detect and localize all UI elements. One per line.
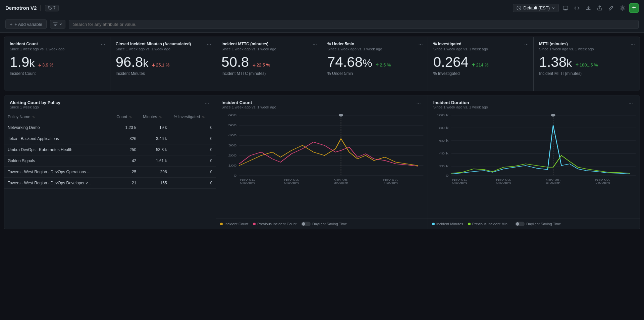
tag-badge[interactable]: 7 [45,5,59,11]
stat-value-1: 96.8k [116,54,149,70]
filter-chevron-icon [59,22,62,26]
col-pct-investigated[interactable]: % Investigated ⇅ [170,112,216,122]
add-button[interactable]: + [629,3,639,13]
svg-rect-2 [563,6,568,9]
policy-name-cell: Telco - Backend Applications [4,133,113,144]
svg-text:60 k: 60 k [439,139,449,142]
code-button[interactable] [572,4,582,12]
stat-card-more-button-2[interactable]: ··· [311,41,318,48]
delta-up-icon [575,63,579,67]
table-row[interactable]: Golden Signals 42 1.61 k 0 [4,155,216,167]
col-policy-name[interactable]: Policy Name ⇅ [4,112,113,122]
filter-icon [53,22,58,27]
delta-down-icon [152,63,155,67]
stat-label-4: % Investigated [433,71,528,76]
col-count[interactable]: Count ⇅ [113,112,140,122]
stat-card-subtitle-3: Since 1 week ago vs. 1 week ago [327,47,422,51]
policy-name-cell: Towers - West Region - DevOps Developer … [4,178,113,189]
svg-point-19 [339,114,343,117]
edit-button[interactable] [606,4,616,12]
share-button[interactable] [595,4,604,12]
pct-investigated-cell: 0 [170,144,216,155]
svg-text:600: 600 [228,113,237,117]
pct-investigated-cell: 0 [170,122,216,133]
delta-down-icon [252,63,256,67]
svg-text:Nov 07,: Nov 07, [595,178,610,181]
incident-count-chart-area: 600 500 400 300 200 100 0 N [216,112,427,219]
incident-count-dot [220,223,223,225]
stat-card-title-5: MTTI (minutes) [539,42,634,46]
incident-duration-chart-area: 100 k 80 k 60 k 40 k 20 k 0 Nov 01, [428,112,640,219]
table-panel-header: Alerting Count by Policy Since 1 week ag… [4,95,216,112]
svg-text:20 k: 20 k [439,165,449,168]
table-row[interactable]: Towers - West Region - DevOps Operations… [4,167,216,178]
svg-text:Nov 03,: Nov 03, [496,178,511,181]
monitor-icon [563,5,568,11]
table-row[interactable]: Towers - West Region - DevOps Developer … [4,178,216,189]
code-icon [574,5,580,11]
count-cell: 1.23 k [113,122,140,133]
svg-text:40 k: 40 k [439,152,449,155]
minutes-cell: 3.46 k [140,133,170,144]
stat-card-more-button-4[interactable]: ··· [523,41,530,48]
stat-card-subtitle-0: Since 1 week ago vs. 1 week ago [10,47,105,51]
stat-card-2: ··· Incident MTTC (minutes) Since 1 week… [216,37,322,91]
svg-text:8:00pm: 8:00pm [452,181,467,184]
minutes-cell: 1.61 k [140,155,170,167]
table-row[interactable]: Networking Demo 1.23 k 19 k 0 [4,122,216,133]
settings-button[interactable] [618,4,627,12]
delta-up-icon [375,63,379,67]
incident-minutes-label: Incident Minutes [436,222,463,226]
stat-card-more-button-0[interactable]: ··· [99,41,106,48]
download-button[interactable] [584,4,593,12]
svg-text:100: 100 [228,164,237,167]
incident-count-more-button[interactable]: ··· [415,100,422,107]
filter-button[interactable] [50,20,65,29]
col-minutes[interactable]: Minutes ⇅ [140,112,170,122]
add-icon: + [10,21,12,27]
svg-point-41 [551,114,555,117]
stat-card-subtitle-4: Since 1 week ago vs. 1 week ago [433,47,528,51]
svg-text:0: 0 [234,174,236,177]
stat-delta-4: 214 % [472,62,488,67]
stat-card-1: ··· Closed Incident Minutes (Accumulated… [110,37,216,91]
legend-incident-minutes: Incident Minutes [432,222,463,226]
settings-icon [620,5,625,11]
policy-name-cell: Golden Signals [4,155,113,167]
incident-count-legend-label: Incident Count [224,222,248,226]
table-row[interactable]: Umbra DevOps - Kubernetes Health 250 53.… [4,144,216,155]
table-panel-more-button[interactable]: ··· [203,100,210,107]
stat-card-more-button-1[interactable]: ··· [205,41,212,48]
table-row[interactable]: Telco - Backend Applications 326 3.46 k … [4,133,216,144]
alerting-count-panel: Alerting Count by Policy Since 1 week ag… [4,95,216,229]
search-input[interactable] [69,20,639,29]
nav-divider: | [40,4,42,11]
svg-text:8:00pm: 8:00pm [496,181,511,184]
dashboard-title: Demotron V2 [5,5,37,11]
monitor-button[interactable] [561,4,570,12]
filter-bar: + + Add variable [0,16,644,33]
stat-card-title-2: Incident MTTC (minutes) [221,42,316,46]
svg-text:8:00pm: 8:00pm [284,181,299,184]
svg-text:Nov 01,: Nov 01, [452,178,467,181]
daylight-saving-toggle[interactable] [301,222,311,226]
incident-count-subtitle: Since 1 week ago vs. 1 week ago [221,105,276,109]
incident-count-header: Incident Count Since 1 week ago vs. 1 we… [216,95,427,112]
time-selector[interactable]: Default (EST) [513,4,559,12]
add-variable-button[interactable]: + + Add variable [5,19,47,29]
stat-delta-2: 22.5 % [252,62,270,67]
stat-value-row-3: 74.68% 2.5 % [327,55,422,69]
previous-incident-count-dot [253,223,256,225]
stat-card-more-button-5[interactable]: ··· [629,41,636,48]
tag-count: 7 [53,6,56,10]
stat-card-more-button-3[interactable]: ··· [417,41,424,48]
main-content: ··· Incident Count Since 1 week ago vs. … [0,33,644,233]
incident-duration-more-button[interactable]: ··· [627,100,634,107]
svg-text:Nov 01,: Nov 01, [240,178,255,181]
pct-investigated-cell: 0 [170,133,216,144]
svg-text:0: 0 [446,174,448,177]
daylight-saving-label: Daylight Saving Time [312,222,347,226]
legend-previous-incident-count: Previous Incident Count [253,222,297,226]
duration-daylight-saving-toggle[interactable] [515,222,525,226]
stat-card-3: ··· % Under 5min Since 1 week ago vs. 1 … [322,37,428,91]
